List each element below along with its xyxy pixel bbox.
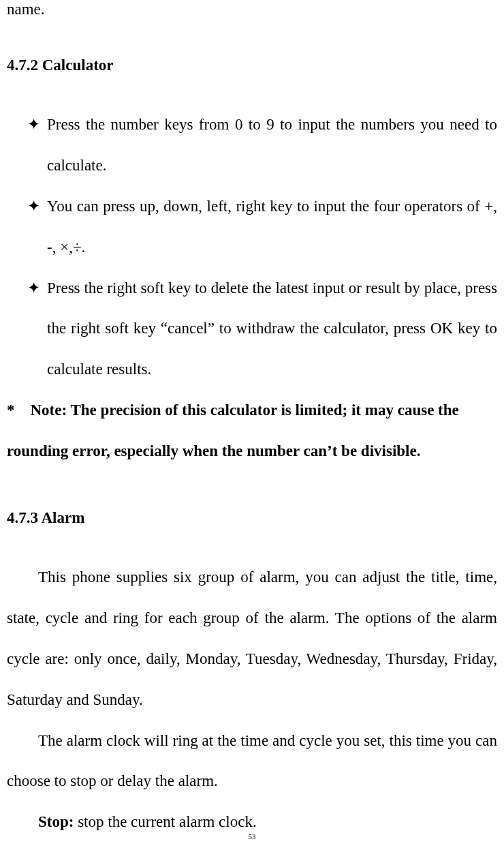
- page-number: 53: [0, 833, 504, 840]
- calculator-bullet-list: ✦ Press the number keys from 0 to 9 to i…: [7, 104, 497, 390]
- alarm-paragraph: The alarm clock will ring at the time an…: [7, 720, 497, 802]
- note-line: rounding error, especially when the numb…: [7, 431, 497, 472]
- list-item: ✦ Press the number keys from 0 to 9 to i…: [27, 104, 497, 186]
- option-text: stop the current alarm clock.: [78, 813, 256, 830]
- section-heading-alarm: 4.7.3 Alarm: [7, 498, 497, 538]
- diamond-icon: ✦: [27, 104, 47, 186]
- alarm-option-delay: Delay reminding: suspend the reminding o…: [7, 843, 497, 850]
- list-item-text: Press the right soft key to delete the l…: [47, 268, 497, 390]
- diamond-icon: ✦: [27, 186, 47, 268]
- previous-page-fragment: name.: [7, 0, 497, 19]
- note-line: * Note: The precision of this calculator…: [7, 390, 497, 431]
- alarm-paragraph: This phone supplies six group of alarm, …: [7, 557, 497, 720]
- document-page: name. 4.7.2 Calculator ✦ Press the numbe…: [0, 0, 504, 850]
- option-label: Stop:: [38, 813, 78, 830]
- list-item-text: You can press up, down, left, right key …: [47, 186, 497, 268]
- list-item: ✦ You can press up, down, left, right ke…: [27, 186, 497, 268]
- diamond-icon: ✦: [27, 268, 47, 390]
- list-item-text: Press the number keys from 0 to 9 to inp…: [47, 104, 497, 186]
- section-heading-calculator: 4.7.2 Calculator: [7, 45, 497, 86]
- list-item: ✦ Press the right soft key to delete the…: [27, 268, 497, 390]
- calculator-note: * Note: The precision of this calculator…: [7, 390, 497, 472]
